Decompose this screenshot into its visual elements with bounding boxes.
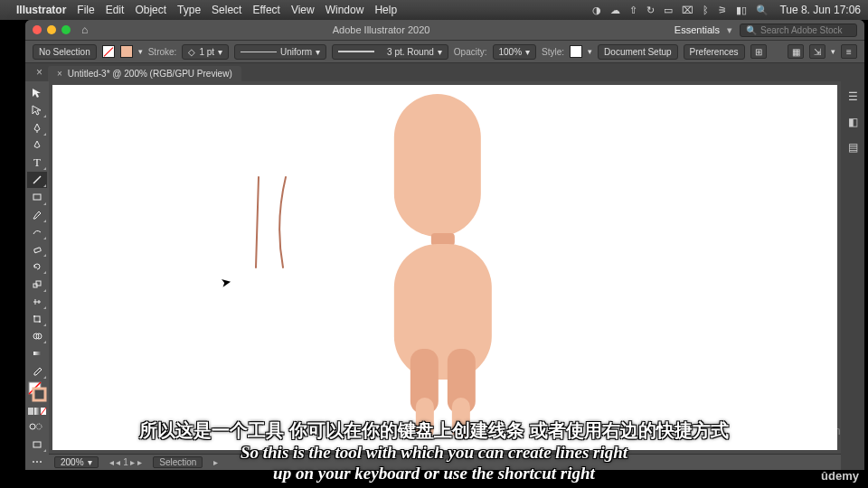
properties-panel-icon[interactable]: ☰ <box>844 89 861 105</box>
svg-point-18 <box>30 424 35 429</box>
window-close-button[interactable] <box>33 25 42 34</box>
menu-view[interactable]: View <box>291 4 315 16</box>
menu-select[interactable]: Select <box>212 4 241 16</box>
window-zoom-button[interactable] <box>61 25 71 34</box>
isolate-button[interactable]: ⊞ <box>750 44 767 59</box>
rotate-tool[interactable] <box>27 258 47 275</box>
type-tool[interactable]: T <box>27 155 47 171</box>
chevron-down-icon[interactable]: ▾ <box>138 47 143 56</box>
stroke-profile-select[interactable]: Uniform▾ <box>234 44 326 60</box>
watermark-provider: ûdemy <box>821 469 859 483</box>
sync-icon[interactable]: ↻ <box>646 5 655 16</box>
document-tabs: × × Untitled-3* @ 200% (RGB/GPU Preview) <box>25 63 864 81</box>
draw-mode[interactable] <box>27 418 47 435</box>
tv-icon[interactable]: ⌧ <box>682 5 693 16</box>
menu-edit[interactable]: Edit <box>106 4 125 16</box>
figure-head <box>394 94 481 237</box>
tabs-menu-button[interactable]: × <box>31 66 48 79</box>
paintbrush-tool[interactable] <box>27 207 47 223</box>
macos-menubar: Illustrator File Edit Object Type Select… <box>0 0 868 20</box>
document-setup-button[interactable]: Document Setup <box>598 44 678 60</box>
svg-line-0 <box>33 176 41 183</box>
chevron-down-icon[interactable]: ▾ <box>727 24 732 36</box>
stroke-label: Stroke: <box>148 47 177 57</box>
graphic-style-swatch[interactable] <box>570 45 582 58</box>
chevron-down-icon[interactable]: ▾ <box>831 47 835 56</box>
shape-builder-tool[interactable] <box>27 328 47 344</box>
rectangle-tool[interactable] <box>27 189 47 205</box>
upload-icon[interactable]: ⇧ <box>629 5 637 16</box>
toolbox: T ⋯ <box>25 81 49 470</box>
eyedropper-tool[interactable] <box>27 363 47 380</box>
shaper-tool[interactable] <box>27 224 47 240</box>
line-segment-tool[interactable] <box>27 172 47 188</box>
status-icon[interactable]: ◑ <box>592 5 601 16</box>
tab-label: Untitled-3* @ 200% (RGB/GPU Preview) <box>68 69 232 79</box>
artboard: ➤ <box>52 85 837 450</box>
bluetooth-icon[interactable]: ᛒ <box>703 5 709 15</box>
spotlight-icon[interactable]: 🔍 <box>756 5 769 16</box>
transform-button[interactable]: ⇲ <box>809 44 826 59</box>
direct-selection-tool[interactable] <box>27 102 47 118</box>
libraries-panel-icon[interactable]: ▤ <box>844 139 861 155</box>
curvature-tool[interactable] <box>27 137 47 154</box>
stock-search-input[interactable]: 🔍Search Adobe Stock <box>740 23 857 37</box>
wifi-icon[interactable]: ⚞ <box>718 5 727 16</box>
scale-tool[interactable] <box>27 276 47 292</box>
artboard-nav[interactable]: ◂ ◂ 1 ▸ ▸ <box>109 457 143 467</box>
search-placeholder: Search Adobe Stock <box>760 25 843 35</box>
preferences-button[interactable]: Preferences <box>684 44 745 60</box>
window-minimize-button[interactable] <box>47 25 56 34</box>
menubar-datetime[interactable]: Tue 8. Jun 17:06 <box>779 4 861 16</box>
home-button[interactable]: ⌂ <box>81 23 88 36</box>
chevron-down-icon[interactable]: ▾ <box>588 47 592 56</box>
app-menu[interactable]: Illustrator <box>16 4 66 16</box>
sample-lines <box>253 175 307 278</box>
fill-stroke-colors[interactable] <box>27 380 47 404</box>
svg-point-7 <box>39 321 41 323</box>
zoom-level-input[interactable]: 200% ▾ <box>54 456 99 468</box>
canvas-area: ➤ 200% ▾ ◂ ◂ 1 ▸ ▸ Selection ▸ <box>49 81 841 470</box>
control-menu-button[interactable]: ≡ <box>841 44 857 59</box>
color-modes[interactable] <box>27 405 47 418</box>
menu-object[interactable]: Object <box>135 4 166 16</box>
opacity-input[interactable]: 100%▾ <box>493 44 537 60</box>
free-transform-tool[interactable] <box>27 311 47 327</box>
menu-file[interactable]: File <box>77 4 94 16</box>
menu-type[interactable]: Type <box>177 4 201 16</box>
layers-panel-icon[interactable]: ◧ <box>844 114 861 130</box>
tab-close-icon[interactable]: × <box>57 69 62 79</box>
selection-tool[interactable] <box>27 85 47 101</box>
svg-rect-10 <box>33 352 41 355</box>
figure-shins <box>394 398 492 439</box>
gradient-tool[interactable] <box>27 345 47 361</box>
status-menu-button[interactable]: ▸ <box>213 457 218 467</box>
document-tab[interactable]: × Untitled-3* @ 200% (RGB/GPU Preview) <box>48 66 241 81</box>
width-tool[interactable] <box>27 294 47 310</box>
edit-toolbar-button[interactable]: ⋯ <box>27 454 47 470</box>
workspace-switcher[interactable]: Essentials <box>675 24 720 35</box>
svg-point-19 <box>36 424 42 429</box>
menu-help[interactable]: Help <box>374 4 397 16</box>
display-icon[interactable]: ▭ <box>664 5 673 16</box>
stroke-swatch[interactable] <box>120 45 133 58</box>
titlebar: ⌂ Adobe Illustrator 2020 Essentials▾ 🔍Se… <box>25 20 864 40</box>
brush-select[interactable]: 3 pt. Round▾ <box>332 44 448 60</box>
svg-rect-15 <box>34 408 40 415</box>
fill-swatch[interactable] <box>102 45 115 58</box>
stroke-weight-input[interactable]: ◇1 pt▾ <box>182 44 229 60</box>
mouse-cursor-icon: ➤ <box>220 274 233 290</box>
eraser-tool[interactable] <box>27 241 47 258</box>
opacity-label: Opacity: <box>454 47 487 57</box>
menu-window[interactable]: Window <box>326 4 364 16</box>
status-mode[interactable]: Selection <box>153 456 203 468</box>
battery-icon[interactable]: ▮▯ <box>736 5 747 16</box>
menu-effect[interactable]: Effect <box>252 4 279 16</box>
screen-mode[interactable] <box>27 436 47 453</box>
pen-tool[interactable] <box>27 119 47 136</box>
style-label: Style: <box>542 47 564 57</box>
cloud-icon[interactable]: ☁ <box>610 5 620 16</box>
align-button[interactable]: ▦ <box>788 44 804 59</box>
canvas[interactable]: ➤ <box>49 81 841 454</box>
svg-rect-13 <box>33 389 45 400</box>
